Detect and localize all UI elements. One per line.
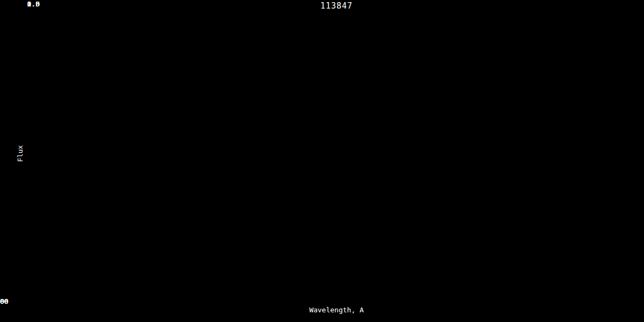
plot-title: 113847 — [320, 1, 353, 11]
spectrum-plot-window: 113847 Wavelength, A Flux 4000 5000 6000… — [0, 0, 644, 322]
y-tick-label: 0.0 — [0, 0, 40, 8]
spectrum-plot-canvas — [0, 0, 644, 322]
y-axis-label: Flux — [16, 145, 24, 162]
x-axis-label: Wavelength, A — [309, 306, 364, 314]
x-tick-label: 9000 — [0, 297, 9, 305]
